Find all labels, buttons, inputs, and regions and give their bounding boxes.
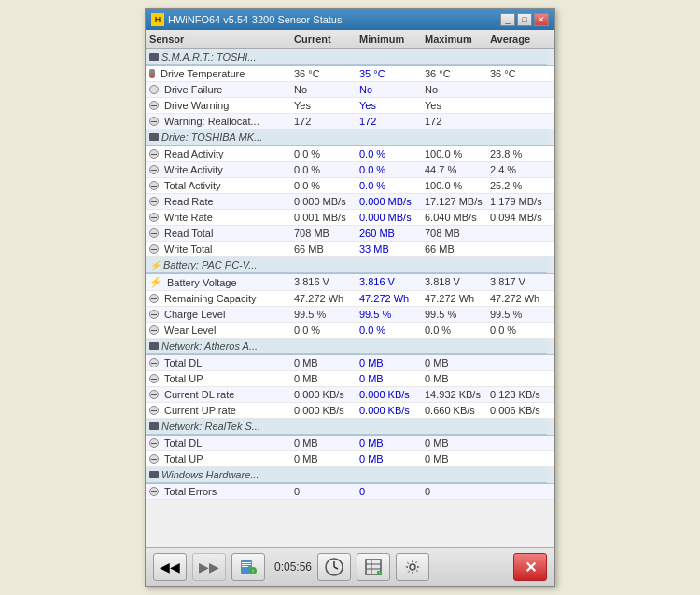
nav-back-button[interactable]: ◀◀ — [153, 553, 187, 581]
table-row: Drive Temperature 36 °C 35 °C 36 °C 36 °… — [146, 66, 554, 82]
cell-maximum: 0 MB — [421, 371, 486, 386]
cell-maximum: No — [421, 82, 486, 97]
table-row: Write Rate 0.001 MB/s 0.000 MB/s 6.040 M… — [146, 210, 554, 226]
title-bar: H HWiNFO64 v5.54-3200 Sensor Status _ □ … — [146, 9, 554, 30]
sensor-name: Read Activity — [146, 146, 290, 161]
cell-average — [486, 242, 547, 256]
sensor-name: Current UP rate — [146, 403, 290, 418]
sensor-name: Write Total — [146, 242, 290, 256]
table-row: ⚡Battery Voltage 3.816 V 3.816 V 3.818 V… — [146, 274, 554, 291]
cell-maximum: 17.127 MB/s — [421, 194, 486, 209]
cell-current: 0.0 % — [290, 323, 356, 338]
cell-maximum: 14.932 KB/s — [421, 387, 486, 402]
cell-average: 0.006 KB/s — [486, 403, 547, 418]
table-row: Total UP 0 MB 0 MB 0 MB — [146, 451, 554, 467]
cell-minimum: 0 MB — [356, 436, 421, 450]
cell-average: 99.5 % — [486, 307, 547, 322]
section-label: S.M.A.R.T.: TOSHI... — [146, 49, 547, 65]
cell-minimum: 0.0 % — [356, 162, 421, 177]
svg-point-15 — [410, 564, 415, 570]
table-button[interactable]: ↑ — [357, 553, 390, 581]
cell-minimum: 0 — [356, 484, 421, 499]
cell-average — [486, 355, 547, 370]
table-header: Sensor Current Minimum Maximum Average — [146, 30, 554, 49]
cell-average — [486, 484, 547, 499]
table-row: Total UP 0 MB 0 MB 0 MB — [146, 371, 554, 387]
clock-button[interactable] — [317, 553, 351, 581]
clock-icon — [324, 557, 344, 577]
cell-current: 3.816 V — [290, 274, 356, 290]
cell-current: 0.000 KB/s — [290, 403, 356, 418]
cell-minimum: 33 MB — [356, 242, 421, 256]
settings-button[interactable] — [396, 553, 429, 581]
minimize-button[interactable]: _ — [500, 13, 515, 26]
cell-average: 3.817 V — [486, 274, 547, 290]
cell-minimum: 0.0 % — [356, 323, 421, 338]
table-row: Wear Level 0.0 % 0.0 % 0.0 % 0.0 % — [146, 323, 554, 339]
section-header-network2: Network: RealTek S... — [146, 419, 554, 436]
sensor-name: Total UP — [146, 371, 290, 386]
cell-current: Yes — [290, 98, 356, 113]
sensor-name: ⚡Battery Voltage — [146, 274, 290, 290]
cell-average: 2.4 % — [486, 162, 547, 177]
table-row: Total Errors 0 0 0 — [146, 484, 554, 500]
sensor-name: Total DL — [146, 436, 290, 450]
cell-maximum: 47.272 Wh — [421, 291, 486, 306]
nav-fwd-button[interactable]: ▶▶ — [192, 553, 226, 581]
table-row: Write Total 66 MB 33 MB 66 MB — [146, 242, 554, 257]
section-header-battery: ⚡Battery: PAC PC-V... — [146, 257, 554, 274]
main-window: H HWiNFO64 v5.54-3200 Sensor Status _ □ … — [145, 8, 555, 587]
svg-rect-2 — [242, 564, 251, 565]
export-button[interactable]: ↑ — [231, 553, 265, 581]
cell-minimum: 172 — [356, 114, 421, 129]
cell-maximum: 44.7 % — [421, 162, 486, 177]
maximize-button[interactable]: □ — [517, 13, 532, 26]
window-title: HWiNFO64 v5.54-3200 Sensor Status — [168, 14, 342, 25]
cell-current: 172 — [290, 114, 356, 129]
svg-line-8 — [334, 567, 338, 569]
table-row: Remaining Capacity 47.272 Wh 47.272 Wh 4… — [146, 291, 554, 307]
table-row: Total Activity 0.0 % 0.0 % 100.0 % 25.2 … — [146, 178, 554, 194]
cell-maximum: 0 MB — [421, 451, 486, 466]
quit-icon: ✕ — [525, 559, 537, 576]
nav-fwd-icon: ▶▶ — [199, 560, 219, 574]
cell-maximum: 0 — [421, 484, 486, 499]
export-icon: ↑ — [239, 558, 258, 576]
table-row: Drive Failure No No No — [146, 82, 554, 98]
svg-rect-1 — [242, 562, 251, 563]
table-row: Drive Warning Yes Yes Yes — [146, 98, 554, 114]
cell-maximum: 172 — [421, 114, 486, 129]
cell-minimum: No — [356, 82, 421, 97]
cell-average: 23.8 % — [486, 146, 547, 161]
cell-current: 36 °C — [290, 66, 356, 81]
sensor-name: Read Rate — [146, 194, 290, 209]
quit-button[interactable]: ✕ — [513, 553, 547, 581]
cell-current: 0.000 MB/s — [290, 194, 356, 209]
col-current: Current — [290, 32, 356, 47]
footer-toolbar: ◀◀ ▶▶ ↑ 0:05:56 — [146, 547, 554, 586]
sensor-name: Warning: Reallocat... — [146, 114, 290, 129]
cell-minimum: 35 °C — [356, 66, 421, 81]
close-window-button[interactable]: ✕ — [534, 13, 549, 26]
sensor-name: Total DL — [146, 355, 290, 370]
table-row: Current UP rate 0.000 KB/s 0.000 KB/s 0.… — [146, 403, 554, 419]
cell-current: 0.001 MB/s — [290, 210, 356, 225]
cell-current: 0 MB — [290, 371, 356, 386]
section-header-drive: Drive: TOSHIBA MK... — [146, 130, 554, 146]
table-row: Current DL rate 0.000 KB/s 0.000 KB/s 14… — [146, 387, 554, 403]
sensor-name: Current DL rate — [146, 387, 290, 402]
sensor-name: Read Total — [146, 226, 290, 241]
table-row: Read Total 708 MB 260 MB 708 MB — [146, 226, 554, 242]
cell-average: 0.094 MB/s — [486, 210, 547, 225]
table-row: Read Rate 0.000 MB/s 0.000 MB/s 17.127 M… — [146, 194, 554, 210]
cell-minimum: 260 MB — [356, 226, 421, 241]
section-header-network1: Network: Atheros A... — [146, 339, 554, 355]
cell-average — [486, 114, 547, 129]
sensor-table[interactable]: S.M.A.R.T.: TOSHI... Drive Temperature 3… — [146, 49, 554, 547]
cell-average — [486, 82, 547, 97]
cell-current: 0 MB — [290, 451, 356, 466]
cell-maximum: 36 °C — [421, 66, 486, 81]
sensor-name: Drive Warning — [146, 98, 290, 113]
cell-current: 47.272 Wh — [290, 291, 356, 306]
cell-minimum: 0.000 KB/s — [356, 403, 421, 418]
